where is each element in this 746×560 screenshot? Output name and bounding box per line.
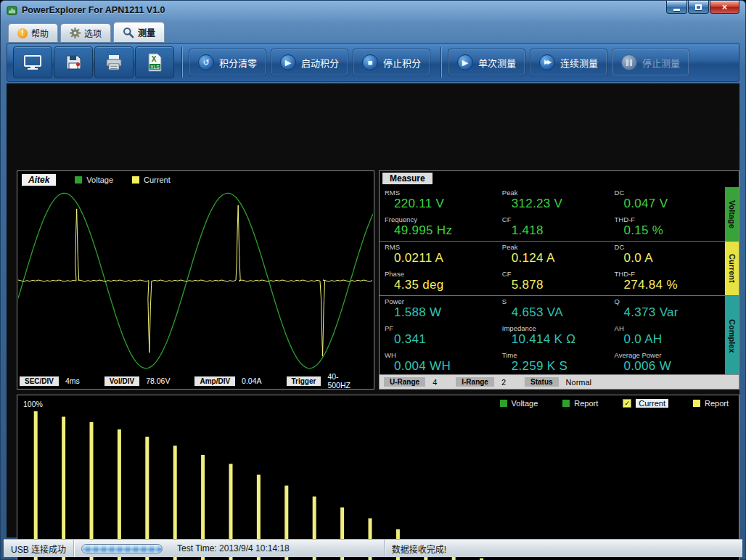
measure-label: DC — [615, 243, 725, 251]
legend-label: Voltage — [86, 176, 113, 184]
measure-label: Impedance — [502, 324, 615, 332]
measure-section-complex: Power1.588 WS4.653 VAQ4.373 VarPF0.341Im… — [380, 296, 739, 374]
current-swatch-icon — [132, 176, 139, 184]
measure-value: 0.341 — [385, 332, 502, 347]
measure-cell: PF0.341 — [385, 324, 502, 350]
measure-value: 0.124 A — [502, 251, 615, 265]
measure-value: 0.006 W — [615, 359, 725, 374]
tab-label: 帮助 — [31, 27, 49, 39]
toolbar-separator — [181, 47, 183, 78]
voltage-swatch-icon — [75, 176, 82, 184]
tab-measure[interactable]: 测量 — [113, 22, 165, 43]
measure-value: 2.259 K S — [502, 359, 615, 374]
measure-cell: Impedance10.414 K Ω — [502, 324, 615, 350]
button-label: 连续测量 — [560, 56, 598, 70]
gear-icon — [70, 28, 81, 38]
measure-value: 4.35 deg — [385, 278, 502, 292]
current-checkbox-icon[interactable]: ✓ — [623, 399, 631, 408]
measure-cell: RMS0.0211 A — [385, 243, 502, 268]
measure-value: 4.653 VA — [502, 305, 615, 320]
measure-value: 0.15 % — [615, 223, 725, 238]
measure-label: Q — [615, 297, 725, 305]
measure-label: Power — [385, 297, 502, 305]
scope-legend: Aitek Voltage Current — [17, 171, 374, 189]
play-icon: ▶ — [280, 54, 296, 70]
fast-forward-icon: ▶▶ — [539, 54, 555, 70]
u-range-chip: U-Range — [384, 377, 425, 387]
amp-div-chip: Amp/DIV — [194, 376, 235, 386]
legend-current[interactable]: ✓ Current — [623, 399, 668, 408]
stop-integral-button[interactable]: ■ 停止积分 — [353, 49, 430, 76]
legend-label: Current — [636, 399, 668, 408]
tab-label: 测量 — [138, 26, 155, 38]
play-icon: ▶ — [457, 54, 473, 70]
measure-label: Time — [502, 351, 615, 359]
measure-cell: Peak0.124 A — [502, 243, 615, 268]
minimize-button[interactable] — [666, 1, 687, 14]
button-label: 积分清零 — [219, 56, 257, 70]
pause-icon — [621, 54, 637, 70]
measure-cell: CF1.418 — [502, 215, 615, 241]
maximize-button[interactable] — [688, 1, 709, 14]
u-range-value: 4 — [433, 378, 437, 387]
start-integral-button[interactable]: ▶ 启动积分 — [271, 49, 348, 76]
client-area: Aitek Voltage Current SEC/DIV 4ms Vol/DI… — [7, 83, 739, 538]
screen-copy-button[interactable] — [13, 46, 52, 78]
legend-label: Report — [705, 399, 729, 408]
legend-label: Current — [144, 176, 171, 184]
continuous-measure-button[interactable]: ▶▶ 连续测量 — [530, 49, 607, 76]
measure-side-tab-voltage[interactable]: Voltage — [725, 187, 739, 241]
status-bar: USB 连接成功 Test Time: 2013/9/4 10:14:18 数据… — [4, 539, 742, 557]
measure-cell: Phase4.35 deg — [385, 270, 502, 295]
measure-cell: DC0.0 A — [615, 243, 725, 268]
measure-cell: RMS220.11 V — [385, 189, 502, 214]
progress-bar — [81, 544, 163, 553]
print-button[interactable] — [94, 46, 134, 78]
legend-current-report[interactable]: Report — [693, 399, 729, 408]
legend-label: Report — [574, 399, 598, 408]
harmonics-panel: 100% 05101520253035404550 Voltage Report… — [17, 395, 739, 560]
trigger-value: 40-500HZ — [327, 372, 351, 390]
measure-value: 220.11 V — [385, 197, 502, 211]
measure-cell: WH0.004 WH — [385, 351, 502, 374]
tab-label: 选项 — [84, 27, 102, 39]
measure-section-current: RMS0.0211 APeak0.124 ADC0.0 APhase4.35 d… — [380, 242, 739, 296]
title-bar[interactable]: PowerExplorer For APN1211 V1.0 × — [1, 1, 745, 20]
measure-cell: Q4.373 Var — [615, 297, 725, 323]
xls-export-icon: X XLS — [146, 53, 163, 72]
measure-side-tab-complex[interactable]: Complex — [725, 296, 739, 374]
vol-div-chip: Vol/DIV — [104, 376, 139, 386]
oscilloscope-panel: Aitek Voltage Current SEC/DIV 4ms Vol/DI… — [17, 170, 374, 390]
save-button[interactable] — [54, 46, 93, 78]
ribbon-tabs: ! 帮助 选项 测量 — [8, 22, 165, 43]
screen-copy-icon — [23, 54, 42, 71]
measure-cell: Frequency49.995 Hz — [385, 215, 502, 241]
single-measure-button[interactable]: ▶ 单次测量 — [448, 49, 525, 76]
report-swatch-icon — [693, 400, 700, 407]
tab-options[interactable]: 选项 — [60, 23, 111, 43]
app-icon — [7, 5, 17, 16]
legend-voltage[interactable]: Voltage — [500, 399, 538, 408]
usb-status: USB 连接成功 — [4, 543, 73, 555]
measure-label: Phase — [385, 270, 502, 278]
integral-reset-button[interactable]: ↺ 积分清零 — [189, 49, 266, 76]
close-button[interactable]: × — [710, 1, 739, 14]
export-xls-button[interactable]: X XLS — [135, 46, 174, 78]
harmonic-bar — [34, 411, 38, 560]
toolbar-separator — [440, 47, 442, 78]
toolbar: X XLS ↺ 积分清零 ▶ 启动积分 ■ 停止积分 ▶ 单次测量 ▶▶ 连续测… — [7, 43, 739, 82]
measure-label: THD-F — [615, 215, 725, 223]
status-value: Normal — [566, 378, 591, 387]
test-time: Test Time: 2013/9/4 10:14:18 — [170, 543, 297, 553]
measure-label: CF — [502, 215, 615, 223]
legend-voltage-report[interactable]: Report — [562, 399, 598, 408]
button-label: 单次测量 — [478, 56, 516, 70]
measure-label: RMS — [385, 243, 502, 251]
measure-value: 0.004 WH — [385, 359, 502, 374]
measure-section-voltage: RMS220.11 VPeak312.23 VDC0.047 VFrequenc… — [380, 187, 739, 242]
measure-value: 0.0 AH — [615, 332, 725, 347]
measure-value: 312.23 V — [502, 197, 615, 211]
save-icon — [65, 54, 82, 71]
measure-side-tab-current[interactable]: Current — [725, 242, 739, 295]
tab-help[interactable]: ! 帮助 — [8, 23, 58, 43]
